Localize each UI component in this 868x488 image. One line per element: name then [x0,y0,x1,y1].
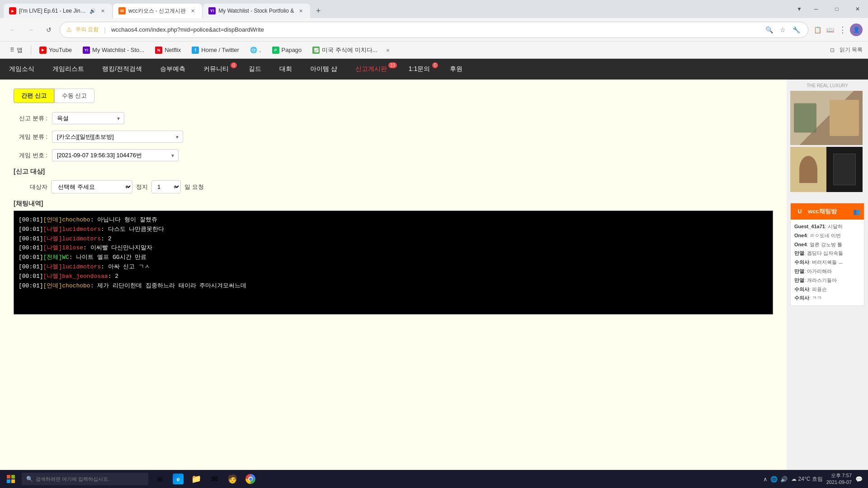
category-row: 신고 분류 : 욕설 도배 광고 기타 [14,112,773,124]
game-number-label: 게임 번호 : [14,151,47,160]
nav-item-ranking[interactable]: 랭킹/전적검색 [93,59,151,80]
nav-item-inquiry[interactable]: 1:1문의 0 [400,59,441,80]
back-button[interactable]: ← [5,23,20,37]
nav-item-community[interactable]: 커뮤니티 0 [194,59,240,80]
bookmark-papago[interactable]: P Papago [268,45,307,56]
bookmarks-more-button[interactable]: » [383,45,392,55]
taskbar-weather: ☁ 24°C 흐림 [791,475,823,483]
tab-favicon-yahoo: Y! [208,7,216,14]
bookmark-twitter[interactable]: t Home / Twitter [187,45,244,56]
sidebar-chat-text: : ㅋㅋ [809,295,822,300]
sidebar-chat-username: One4 [794,242,807,247]
bookmark-twitter-label: Home / Twitter [201,47,239,53]
taskbar-app-mail[interactable]: ✉ [206,471,222,487]
game-number-select[interactable]: [2021-09-07 19:56:33] 104476번 [52,149,179,161]
start-button[interactable] [0,470,22,488]
tab-dropdown-arrow[interactable]: ▼ [793,6,806,12]
bookmark-globe[interactable]: 🌐 . [245,45,266,56]
chevron-up-icon[interactable]: ∧ [763,476,768,483]
sidebar-chat-message: 만열: 개라스기들아 [794,276,860,285]
taskbar-app-edge[interactable]: e [170,471,186,487]
chat-line: [00:01][전체]WC: 나이트 엘프 GG시간 만료 [19,253,768,263]
sidebar-chat-username: 만열 [794,268,804,274]
reading-list-icon[interactable]: 📖 [825,24,835,35]
clock-time: 오후 7:57 [826,472,852,479]
bookmark-netflix[interactable]: N Netflix [151,45,185,56]
sidebar-chat-text: : 피용슨 [809,286,827,292]
tab-title-1: [I'm LIVE] Ep.61 - Lee Jin-ah [19,8,87,14]
refresh-button[interactable]: ↺ [42,23,56,37]
url-text[interactable]: wcchaos4.com/index.php?mid=police&act=di… [111,26,760,33]
tab-yahoo[interactable]: Y! My Watchlist - Stock Portfolio & ✕ [203,4,310,18]
favorites-icon[interactable]: 📋 [812,24,823,35]
taskbar-search-box[interactable]: 🔍 검색하려면 여기에 입력하십시오. [22,473,148,485]
new-tab-button[interactable]: + [311,4,326,18]
nav-item-guild[interactable]: 길드 [240,59,270,80]
chat-sidebar: U wcc채팅방 👥 Guest_41a71: 시달히One4: ㄹㅇ도네 이번… [790,203,864,306]
close-button[interactable]: ✕ [847,2,868,16]
chat-sidebar-header: U wcc채팅방 👥 [791,203,864,220]
main-wrapper: 간편 신고 수동 신고 신고 분류 : 욕설 도배 광고 기타 게임 분류 : … [0,80,868,470]
nav-item-prediction[interactable]: 승부예측 [151,59,194,80]
apps-grid-icon: ⠿ [10,47,14,53]
chat-username: [나엘]18lose [43,244,83,253]
sidebar-chat-username: 수의사 [794,295,809,300]
community-badge: 0 [231,62,237,68]
target-select[interactable]: 선택해 주세요 [51,180,132,193]
tab-wcc[interactable]: W wcc카오스 - 신고게시판 ✕ [113,4,202,18]
menu-icon[interactable]: ⋮ [837,24,848,35]
tab-youtube[interactable]: [I'm LIVE] Ep.61 - Lee Jin-ah 🔊 ✕ [4,4,112,18]
network-icon[interactable]: 🌐 [770,476,778,483]
nav-item-report[interactable]: 신고게시판 10 [346,59,400,80]
svg-rect-2 [7,479,10,483]
profile-avatar[interactable]: 👤 [850,23,863,36]
search-icon[interactable]: 🔍 [764,24,774,35]
nav-label-ranking: 랭킹/전적검색 [102,65,142,73]
taskbar-app-chrome[interactable] [242,471,259,487]
globe-favicon: 🌐 [250,47,257,54]
days-label: 정지 [136,183,148,191]
bookmark-stocks[interactable]: 📈 미국 주식에 미치다... [308,44,382,56]
tab-close-2[interactable]: ✕ [189,7,197,15]
chat-message: : 제가 리단이한데 집중하느라 태이라 주마시겨모써느데 [90,282,247,291]
quick-report-button[interactable]: 간편 신고 [14,89,54,103]
minimize-button[interactable]: ─ [806,2,826,16]
sidebar-chat-text: : 아가리해라 [804,268,832,274]
nav-item-tournament[interactable]: 대회 [270,59,301,80]
bookmark-youtube[interactable]: YouTube [35,45,76,56]
reading-mode-icon[interactable]: ⊡ [827,45,838,56]
maximize-button[interactable]: □ [826,2,847,16]
taskbar-clock[interactable]: 오후 7:57 2021-09-07 [826,472,852,486]
tab-strip: [I'm LIVE] Ep.61 - Lee Jin-ah 🔊 ✕ W wcc카… [0,0,793,18]
manual-report-button[interactable]: 수동 신고 [54,89,95,103]
nav-item-game-list[interactable]: 게임리스트 [43,59,93,80]
sidebar-ad: THE REAL LUXURY [787,80,868,199]
nav-item-shop[interactable]: 아이템 샵 [301,59,346,80]
nav-item-support[interactable]: 후원 [441,59,472,80]
volume-icon[interactable]: 🔊 [780,476,788,483]
forward-button[interactable]: → [24,23,38,37]
days-select[interactable]: 1 2 3 7 14 30 [151,180,181,193]
nav-label-guild: 길드 [249,65,261,73]
clock-date: 2021-09-07 [826,479,852,486]
bookmark-star-icon[interactable]: ☆ [777,24,788,35]
tab-close-3[interactable]: ✕ [297,7,305,15]
game-category-select[interactable]: [카오스][일반][초보방] [52,131,183,143]
wcc-logo-icon: U [794,206,805,217]
bookmarks-bar: ⠿ 앱 YouTube Y! My Watchlist - Sto... N N… [0,42,868,59]
taskbar-app-task-view[interactable]: ⊞ [152,471,168,487]
chat-message: : 다스도 나만큼못한다 [101,225,164,235]
sidebar-chat-username: Guest_41a71 [794,224,825,229]
extensions-icon[interactable]: 🔧 [791,24,802,35]
tab-close-1[interactable]: ✕ [99,7,107,15]
nav-item-game-news[interactable]: 게임소식 [0,59,43,80]
bookmark-watchlist[interactable]: Y! My Watchlist - Sto... [78,45,149,56]
taskbar-app-explorer[interactable]: 📁 [188,471,204,487]
category-select[interactable]: 욕설 도배 광고 기타 [52,112,124,124]
taskbar-app-user[interactable]: 🧑 [224,471,241,487]
notification-icon[interactable]: 💬 [855,476,863,483]
chat-log[interactable]: [00:01][언데]chochobo: 아닙니다 형이 잘했쥬[00:01][… [14,211,773,314]
address-box[interactable]: ⚠ 주의 요함 | wcchaos4.com/index.php?mid=pol… [60,22,808,38]
bookmark-apps[interactable]: ⠿ 앱 [5,44,27,56]
category-label: 신고 분류 : [14,114,47,122]
